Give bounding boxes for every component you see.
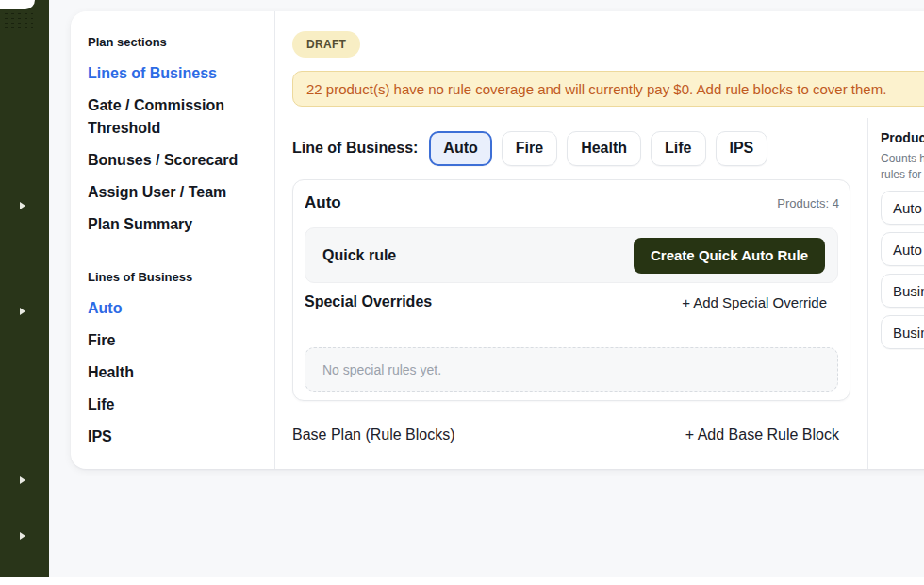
product-list-item[interactable]: Auto [881,191,924,225]
lob-pill-life[interactable]: Life [651,131,705,166]
plan-sections-label: Plan sections [88,35,259,49]
nav-item-gate-commission-threshold[interactable]: Gate / Commission Threshold [88,94,259,140]
nav-item-plan-summary[interactable]: Plan Summary [88,213,259,236]
base-plan-row: Base Plan (Rule Blocks) + Add Base Rule … [292,426,839,443]
bottom-edge-strip [0,577,924,585]
lines-of-business-label: Lines of Business [88,270,259,284]
nav-lob-fire[interactable]: Fire [88,329,259,352]
product-list-item[interactable]: Business [881,274,924,308]
products-desc-line2: rules for t [881,168,924,181]
app-sidebar [0,0,49,577]
sidebar-texture-dots [3,11,33,30]
plan-editor-card: Plan sections Lines of Business Gate / C… [71,11,924,469]
nav-lob-ips[interactable]: IPS [88,426,259,448]
products-panel: Products Counts h rules for t Auto Auto … [867,118,924,469]
auto-card-header: Auto Products: 4 [305,193,839,212]
auto-lob-card: Auto Products: 4 Quick rule Create Quick… [292,179,850,401]
chevron-right-icon[interactable] [20,476,25,484]
special-overrides-empty-state: No special rules yet. [305,347,838,392]
lob-selector-label: Line of Business: [292,140,418,157]
nav-item-lines-of-business[interactable]: Lines of Business [88,62,259,85]
products-panel-title: Products [881,130,924,145]
lob-pill-health[interactable]: Health [567,131,641,166]
lob-pill-fire[interactable]: Fire [502,131,557,166]
auto-card-title: Auto [305,193,341,212]
status-badge: DRAFT [292,31,360,58]
quick-rule-label: Quick rule [322,247,396,264]
plan-sections-nav: Plan sections Lines of Business Gate / C… [71,11,275,469]
add-special-override-link[interactable]: + Add Special Override [682,294,827,310]
nav-lob-life[interactable]: Life [88,393,259,416]
lob-selector: Line of Business: Auto Fire Health Life … [292,127,850,169]
nav-item-bonuses-scorecard[interactable]: Bonuses / Scorecard [88,149,259,172]
special-overrides-header: Special Overrides + Add Special Override [305,293,827,310]
coverage-warning-banner: 22 product(s) have no rule coverage and … [292,71,924,107]
create-quick-auto-rule-button[interactable]: Create Quick Auto Rule [634,238,825,274]
chevron-right-icon[interactable] [20,202,25,209]
nav-lob-auto[interactable]: Auto [88,297,259,320]
nav-item-assign-user-team[interactable]: Assign User / Team [88,181,259,204]
nav-lob-health[interactable]: Health [88,361,259,384]
special-overrides-title: Special Overrides [305,293,432,310]
base-plan-label: Base Plan (Rule Blocks) [292,426,455,443]
lob-pill-auto[interactable]: Auto [429,131,491,166]
add-base-rule-block-link[interactable]: + Add Base Rule Block [685,426,839,443]
chevron-right-icon[interactable] [20,308,25,315]
empty-state-text: No special rules yet. [322,362,441,377]
product-list-item[interactable]: Business [881,315,924,349]
sidebar-top-cutout [0,0,35,9]
products-count: Products: 4 [777,196,839,210]
products-desc-line1: Counts h [881,152,924,165]
chevron-right-icon[interactable] [20,532,25,540]
lob-pill-ips[interactable]: IPS [716,131,768,166]
product-list-item[interactable]: Auto A [881,232,924,266]
plan-content: DRAFT 22 product(s) have no rule coverag… [292,11,850,469]
coverage-warning-text: 22 product(s) have no rule coverage and … [306,81,886,97]
products-panel-description: Counts h rules for t [881,151,924,183]
quick-rule-box: Quick rule Create Quick Auto Rule [305,227,838,283]
